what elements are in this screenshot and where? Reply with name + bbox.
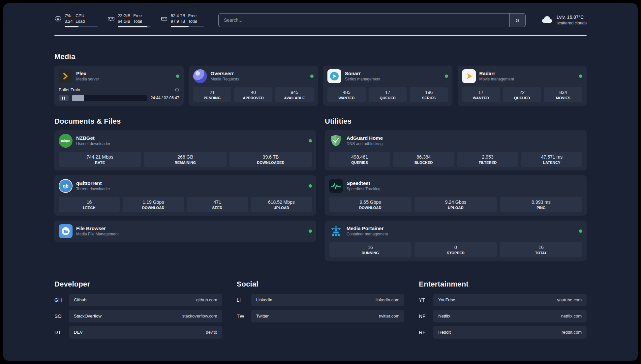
stat-stopped: 0 STOPPED bbox=[414, 242, 497, 257]
card-speedtest: Speedtest Speedtest Tracking 9.65 Gbps D… bbox=[325, 175, 587, 216]
search-engine-label: G bbox=[516, 17, 520, 23]
app-subtitle-plex: Media server bbox=[76, 77, 99, 82]
stat-leech: 16 LEECH bbox=[59, 197, 120, 212]
app-name-plex: Plex bbox=[76, 70, 99, 77]
stat-blocked: 86,384 BLOCKED bbox=[393, 152, 454, 167]
section-title-developer: Developer bbox=[54, 280, 222, 288]
stat-wanted: 17 WANTED bbox=[462, 87, 500, 102]
dashboard-frame: 7% 3.24 CPU Load bbox=[3, 3, 638, 361]
link-abbr-github: GH bbox=[54, 297, 69, 303]
plex-icon bbox=[59, 69, 73, 83]
dashboard-screen: 7% 3.24 CPU Load bbox=[0, 0, 641, 364]
stat-running: 16 RUNNING bbox=[329, 242, 412, 257]
app-subtitle-adguard: DNS and adblocking bbox=[347, 141, 383, 147]
disk-total: 97.9 TB bbox=[171, 19, 185, 24]
card-adguard: AdGuard Home DNS and adblocking 498,461 … bbox=[325, 130, 587, 170]
system-metrics: 7% 3.24 CPU Load bbox=[54, 13, 204, 27]
stat-total: 16 TOTAL bbox=[500, 242, 582, 257]
app-subtitle-filebrowser: Media File Management bbox=[76, 232, 119, 237]
qbittorrent-icon: qb bbox=[59, 179, 73, 193]
stat-seed: 471 SEED bbox=[187, 197, 248, 212]
search-bar[interactable]: G bbox=[218, 13, 526, 27]
section-title-media: Media bbox=[54, 52, 587, 61]
status-dot-radarr bbox=[579, 75, 582, 78]
player-settings-icon[interactable]: ⚙ bbox=[175, 87, 179, 93]
search-input[interactable] bbox=[219, 14, 509, 27]
card-sonarr: Sonarr Series management 485 WANTED 17 Q… bbox=[323, 66, 452, 106]
app-tile-plex[interactable]: Plex Media server bbox=[59, 69, 179, 83]
card-nzbget: nzbget NZBGet Usenet downloader 744.21 M… bbox=[54, 130, 316, 170]
app-tile-portainer[interactable]: Media Portainer Container management bbox=[329, 224, 582, 238]
cpu-label-2: Load bbox=[76, 19, 85, 24]
status-dot-qbittorrent bbox=[309, 184, 312, 188]
section-documents: Documents & Files nzbget NZBGet Usenet d… bbox=[54, 117, 316, 242]
ram-label-1: Free bbox=[133, 13, 142, 19]
stat-latency: 47.571 ms LATENCY bbox=[521, 152, 582, 167]
link-twitter[interactable]: Twitter twitter.com bbox=[251, 310, 405, 322]
cpu-percent: 7% bbox=[65, 13, 73, 19]
ram-meter bbox=[118, 26, 151, 27]
section-title-utilities: Utilities bbox=[325, 117, 587, 126]
speedtest-icon bbox=[329, 179, 343, 193]
link-reddit[interactable]: Reddit reddit.com bbox=[433, 326, 587, 339]
app-name-radarr: Radarr bbox=[479, 70, 514, 77]
weather-condition: scattered clouds bbox=[557, 20, 587, 26]
link-row-github: GH Github github.com bbox=[54, 294, 222, 306]
section-media: Media Plex Media server Bullet Train ⚙ bbox=[54, 52, 587, 106]
link-dev[interactable]: DEV dev.to bbox=[69, 326, 222, 339]
cpu-meter bbox=[65, 26, 98, 27]
app-name-nzbget: NZBGet bbox=[76, 135, 110, 141]
app-tile-overseerr[interactable]: Overseerr Media Requests bbox=[193, 69, 314, 83]
link-abbr-youtube: YT bbox=[419, 297, 433, 303]
app-tile-filebrowser[interactable]: File Browser Media File Management bbox=[59, 224, 312, 238]
link-linkedin[interactable]: LinkedIn linkedin.com bbox=[251, 294, 405, 306]
stat-queued: 17 QUEUED bbox=[369, 87, 407, 102]
app-name-speedtest: Speedtest bbox=[347, 180, 381, 187]
status-dot-filebrowser bbox=[309, 229, 312, 233]
app-name-sonarr: Sonarr bbox=[345, 70, 380, 77]
search-engine-button[interactable]: G bbox=[509, 14, 525, 27]
app-tile-sonarr[interactable]: Sonarr Series management bbox=[327, 69, 448, 83]
app-tile-speedtest[interactable]: Speedtest Speedtest Tracking bbox=[329, 179, 582, 193]
link-stackoverflow[interactable]: StackOverflow stackoverflow.com bbox=[69, 310, 222, 322]
stat-filtered: 2,953 FILTERED bbox=[457, 152, 518, 167]
app-name-filebrowser: File Browser bbox=[76, 225, 119, 232]
cpu-chip-icon bbox=[54, 15, 62, 22]
app-tile-adguard[interactable]: AdGuard Home DNS and adblocking bbox=[329, 134, 582, 148]
stat-downloaded: 39.6 TB DOWNLOADED bbox=[229, 152, 312, 167]
status-dot-sonarr bbox=[445, 75, 448, 78]
cpu-load: 3.24 bbox=[65, 19, 73, 24]
section-title-entertainment: Entertainment bbox=[419, 280, 587, 288]
link-row-linkedin: LI LinkedIn linkedin.com bbox=[237, 294, 405, 306]
app-name-qbittorrent: qBittorrent bbox=[76, 180, 110, 187]
link-abbr-stackoverflow: SO bbox=[54, 313, 69, 319]
stat-available: 945 AVAILABLE bbox=[275, 87, 314, 102]
portainer-icon bbox=[329, 224, 343, 238]
app-subtitle-portainer: Container management bbox=[347, 232, 388, 237]
link-github[interactable]: Github github.com bbox=[69, 294, 222, 306]
filebrowser-icon bbox=[59, 224, 73, 238]
pause-button[interactable] bbox=[59, 95, 69, 101]
section-title-social: Social bbox=[237, 280, 405, 288]
stat-upload: 9.24 Gbps UPLOAD bbox=[414, 197, 497, 212]
cloud-icon bbox=[541, 15, 553, 25]
app-tile-nzbget[interactable]: nzbget NZBGet Usenet downloader bbox=[59, 134, 312, 148]
link-netflix[interactable]: Netflix netflix.com bbox=[433, 310, 587, 322]
stat-download: 1.19 Gbps DOWNLOAD bbox=[123, 197, 184, 212]
sonarr-icon bbox=[327, 69, 341, 83]
card-portainer: Media Portainer Container management 16 … bbox=[325, 221, 587, 261]
card-qbittorrent: qb qBittorrent Torrent downloader 16 LEE… bbox=[54, 175, 316, 216]
playback-progress-bar[interactable] bbox=[72, 95, 147, 101]
status-dot-plex bbox=[176, 75, 179, 78]
app-name-overseerr: Overseerr bbox=[211, 70, 239, 77]
app-subtitle-nzbget: Usenet downloader bbox=[76, 141, 110, 147]
app-subtitle-speedtest: Speedtest Tracking bbox=[347, 187, 381, 192]
link-youtube[interactable]: YouTube youtube.com bbox=[433, 294, 587, 306]
app-subtitle-radarr: Movie management bbox=[479, 77, 514, 82]
app-tile-qbittorrent[interactable]: qb qBittorrent Torrent downloader bbox=[59, 179, 312, 193]
cpu-label-1: CPU bbox=[76, 13, 85, 19]
link-row-youtube: YT YouTube youtube.com bbox=[419, 294, 587, 306]
app-tile-radarr[interactable]: Radarr Movie management bbox=[462, 69, 583, 83]
section-utilities: Utilities AdGuard Home DNS and adblockin… bbox=[325, 117, 587, 261]
card-radarr: Radarr Movie management 17 WANTED 22 QUE… bbox=[458, 66, 587, 106]
